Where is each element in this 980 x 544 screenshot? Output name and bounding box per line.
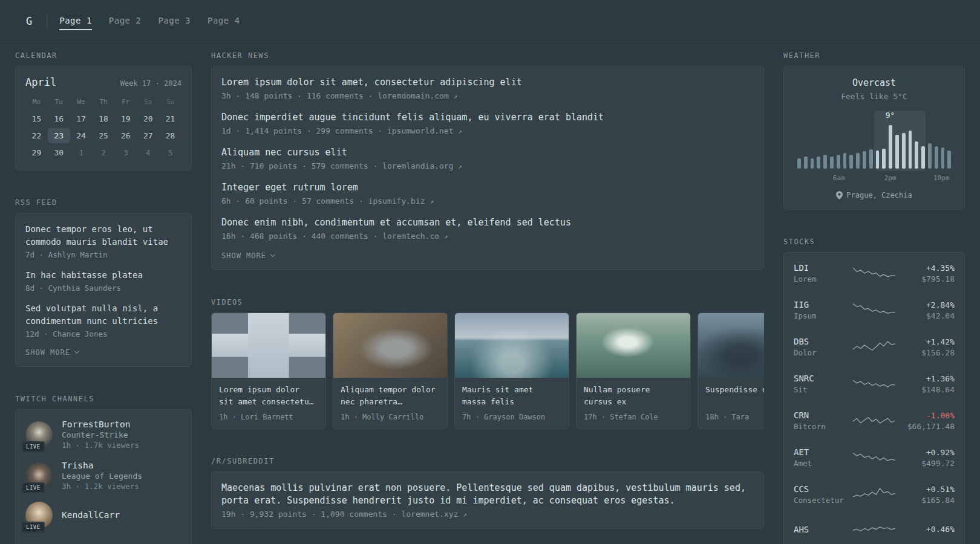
weather-hour-bar [856,153,860,169]
video-title[interactable]: Nullam posuere cursus ex [584,384,683,408]
hn-title[interactable]: Donec enim nibh, condimentum et accumsan… [221,216,754,229]
stock-row: AET Amet +0.92% $499.72 [794,439,955,476]
video-card[interactable]: Suspendisse diam 18h · Tara [697,312,764,429]
video-thumbnail[interactable] [212,313,325,378]
video-thumbnail[interactable] [455,313,569,378]
hn-title[interactable]: Aliquam nec cursus elit [221,146,754,159]
weather-hour-bar [902,133,906,169]
stock-row: DBS Dolor +1.42% $156.28 [794,328,955,365]
video-thumbnail[interactable] [698,313,764,378]
video-card[interactable]: Aliquam tempor dolor nec pharetra… 1h · … [333,312,448,429]
calendar-day: 29 [25,145,48,160]
calendar-day: 1 [70,145,93,160]
stock-info: AHS [794,525,849,536]
video-row: Lorem ipsum dolor sit amet consectetu… 1… [211,312,764,429]
weather-hour-bar [837,155,840,169]
hn-domain-link[interactable]: loremtech.co [382,232,439,241]
calendar-month: April [25,76,56,88]
tab-page-2[interactable]: Page 2 [109,16,142,30]
app-logo[interactable]: G [20,15,38,27]
calendar-day-header: We [70,94,93,109]
stock-symbol: LDI [794,263,849,273]
hn-domain-link[interactable]: ipsumworld.net [387,126,454,135]
calendar-day: 20 [137,111,159,126]
stock-symbol: CRN [794,410,849,420]
twitch-channel[interactable]: LIVE ForrestBurton Counter-Strike 1h · 1… [25,419,181,450]
live-badge: LIVE [22,482,45,493]
twitch-channel[interactable]: LIVE KendallCarr [25,502,181,529]
hn-domain-link[interactable]: loremdomain.com [377,91,448,100]
hn-title[interactable]: Lorem ipsum dolor sit amet, consectetur … [221,76,754,89]
stock-price: $42.04 [899,311,955,320]
video-title[interactable]: Lorem ipsum dolor sit amet consectetu… [219,384,318,408]
rss-item-title[interactable]: Donec tempor eros leo, ut commodo mauris… [25,223,181,248]
weather-temp-label: 9° [886,111,895,120]
weather-hour-bar [823,155,827,169]
calendar-day: 17 [70,111,93,126]
tab-page-1[interactable]: Page 1 [59,16,92,30]
show-more-label: SHOW MORE [221,251,266,260]
rss-item-meta: 12d · Chance Jones [25,329,181,338]
weather-hour-bar [869,149,873,169]
stock-values: +4.35% $795.18 [899,264,955,283]
subreddit-widget-title: /R/SUBREDDIT [211,457,764,465]
stock-change: +0.92% [899,448,955,457]
external-link-icon: ↗ [458,128,462,135]
tab-page-3[interactable]: Page 3 [158,16,191,30]
calendar-day: 18 [93,111,115,126]
middle-column: HACKER NEWS Lorem ipsum dolor sit amet, … [211,51,764,544]
nav-divider [47,15,47,28]
hn-meta: 1d · 1,414 points · 299 comments · ipsum… [221,126,754,135]
calendar-day: 15 [25,111,48,126]
subreddit-domain-link[interactable]: loremnet.xyz [401,510,458,519]
calendar-day: 5 [159,145,181,160]
hn-meta: 6h · 60 points · 57 comments · ipsumify.… [221,196,754,206]
weather-condition: Overcast [794,77,955,88]
stock-sparkline [849,301,899,319]
video-thumbnail[interactable] [333,313,447,378]
hn-domain-link[interactable]: ipsumify.biz [368,196,425,206]
channel-name[interactable]: KendallCarr [62,510,120,520]
video-title[interactable]: Mauris sit amet massa felis [462,384,561,408]
video-card[interactable]: Mauris sit amet massa felis 7h · Grayson… [454,312,569,429]
weather-widget-title: WEATHER [783,51,965,60]
hn-title[interactable]: Donec imperdiet augue tincidunt felis al… [221,111,754,124]
calendar-day-header: Su [159,94,181,109]
stock-symbol: AET [794,447,849,457]
weather-hour-bar [863,151,866,169]
rss-item: Sed volutpat nulla nisl, a condimentum n… [25,302,181,338]
stock-values: +0.51% $165.84 [899,485,955,505]
rss-item-meta: 7d · Ashlyn Martin [25,250,181,259]
hn-meta-text: 6h · 60 points · 57 comments · [221,196,364,206]
hn-meta-text: 1d · 1,414 points · 299 comments · [221,126,382,135]
chevron-down-icon [74,349,79,354]
hn-meta: 21h · 710 points · 579 comments · loreml… [221,161,754,170]
weather-hour-bar [935,146,938,169]
stocks-widget: STOCKS LDI Lorem +4.35% $795.18 IIG [783,238,965,544]
subreddit-post-title[interactable]: Maecenas mollis pulvinar erat non posuer… [221,482,754,507]
weather-hour-bar [921,146,925,169]
rss-item-title[interactable]: In hac habitasse platea [25,269,181,282]
stock-change: +0.51% [899,485,955,494]
channel-name[interactable]: ForrestBurton [62,419,139,429]
stock-sparkline [849,448,899,467]
tab-page-4[interactable]: Page 4 [207,16,240,30]
video-card[interactable]: Nullam posuere cursus ex 17h · Stefan Co… [576,312,691,429]
video-thumbnail[interactable] [577,313,690,378]
video-card[interactable]: Lorem ipsum dolor sit amet consectetu… 1… [211,312,326,429]
calendar-day: 26 [114,128,137,143]
twitch-channel[interactable]: LIVE Trisha League of Legends 3h · 1.2k … [25,461,181,491]
weather-hour-bar [811,158,814,169]
video-title[interactable]: Aliquam tempor dolor nec pharetra… [341,384,440,408]
show-more-button[interactable]: SHOW MORE [221,251,754,260]
rss-item-title[interactable]: Sed volutpat nulla nisl, a condimentum n… [25,302,181,328]
video-meta: 1h · Lori Barnett [219,413,318,421]
channel-name[interactable]: Trisha [62,461,142,470]
weather-hour-bar [804,157,808,169]
twitch-widget-title: TWITCH CHANNELS [15,395,192,403]
hn-domain-link[interactable]: loremlandia.org [382,161,453,170]
hn-title[interactable]: Integer eget rutrum lorem [221,181,754,194]
rss-item: In hac habitasse platea 8d · Cynthia Sau… [25,269,181,293]
show-more-button[interactable]: SHOW MORE [25,348,181,357]
video-title[interactable]: Suspendisse diam [705,384,764,408]
